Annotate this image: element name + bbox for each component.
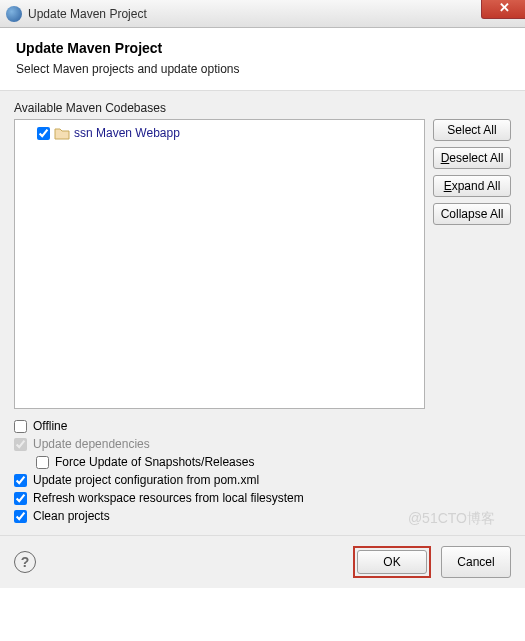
option-force-update[interactable]: Force Update of Snapshots/Releases bbox=[14, 455, 511, 469]
update-config-checkbox[interactable] bbox=[14, 474, 27, 487]
cancel-button[interactable]: Cancel bbox=[441, 546, 511, 578]
side-buttons: Select All Deselect All Expand All Colla… bbox=[433, 119, 511, 409]
expand-all-button[interactable]: Expand All bbox=[433, 175, 511, 197]
option-update-config[interactable]: Update project configuration from pom.xm… bbox=[14, 473, 511, 487]
codebase-tree[interactable]: ssn Maven Webapp bbox=[14, 119, 425, 409]
dialog-buttons: OK Cancel bbox=[353, 546, 511, 578]
update-config-label: Update project configuration from pom.xm… bbox=[33, 473, 259, 487]
force-update-checkbox[interactable] bbox=[36, 456, 49, 469]
option-update-dependencies: Update dependencies bbox=[14, 437, 511, 451]
collapse-all-button[interactable]: Collapse All bbox=[433, 203, 511, 225]
help-icon[interactable]: ? bbox=[14, 551, 36, 573]
refresh-workspace-label: Refresh workspace resources from local f… bbox=[33, 491, 304, 505]
option-offline[interactable]: Offline bbox=[14, 419, 511, 433]
ok-button[interactable]: OK bbox=[357, 550, 427, 574]
offline-checkbox[interactable] bbox=[14, 420, 27, 433]
window-title: Update Maven Project bbox=[28, 7, 147, 21]
tree-item-label: ssn Maven Webapp bbox=[74, 126, 180, 140]
dialog-body: Available Maven Codebases ssn Maven Weba… bbox=[0, 91, 525, 535]
dialog-footer: ? OK Cancel bbox=[0, 535, 525, 588]
option-refresh-workspace[interactable]: Refresh workspace resources from local f… bbox=[14, 491, 511, 505]
deselect-all-button[interactable]: Deselect All bbox=[433, 147, 511, 169]
update-dependencies-checkbox bbox=[14, 438, 27, 451]
tree-item[interactable]: ssn Maven Webapp bbox=[23, 126, 416, 140]
refresh-workspace-checkbox[interactable] bbox=[14, 492, 27, 505]
titlebar: Update Maven Project ✕ bbox=[0, 0, 525, 28]
dialog-title: Update Maven Project bbox=[16, 40, 509, 56]
force-update-label: Force Update of Snapshots/Releases bbox=[55, 455, 254, 469]
option-clean-projects[interactable]: Clean projects bbox=[14, 509, 511, 523]
available-codebases-label: Available Maven Codebases bbox=[14, 101, 511, 115]
offline-label: Offline bbox=[33, 419, 67, 433]
tree-item-checkbox[interactable] bbox=[37, 127, 50, 140]
close-icon: ✕ bbox=[499, 0, 510, 15]
select-all-button[interactable]: Select All bbox=[433, 119, 511, 141]
update-dependencies-label: Update dependencies bbox=[33, 437, 150, 451]
folder-icon bbox=[54, 127, 70, 140]
ok-highlight: OK bbox=[353, 546, 431, 578]
options-group: Offline Update dependencies Force Update… bbox=[14, 419, 511, 523]
app-icon bbox=[6, 6, 22, 22]
clean-projects-label: Clean projects bbox=[33, 509, 110, 523]
close-button[interactable]: ✕ bbox=[481, 0, 525, 19]
clean-projects-checkbox[interactable] bbox=[14, 510, 27, 523]
dialog-subtitle: Select Maven projects and update options bbox=[16, 62, 509, 76]
dialog-header: Update Maven Project Select Maven projec… bbox=[0, 28, 525, 91]
